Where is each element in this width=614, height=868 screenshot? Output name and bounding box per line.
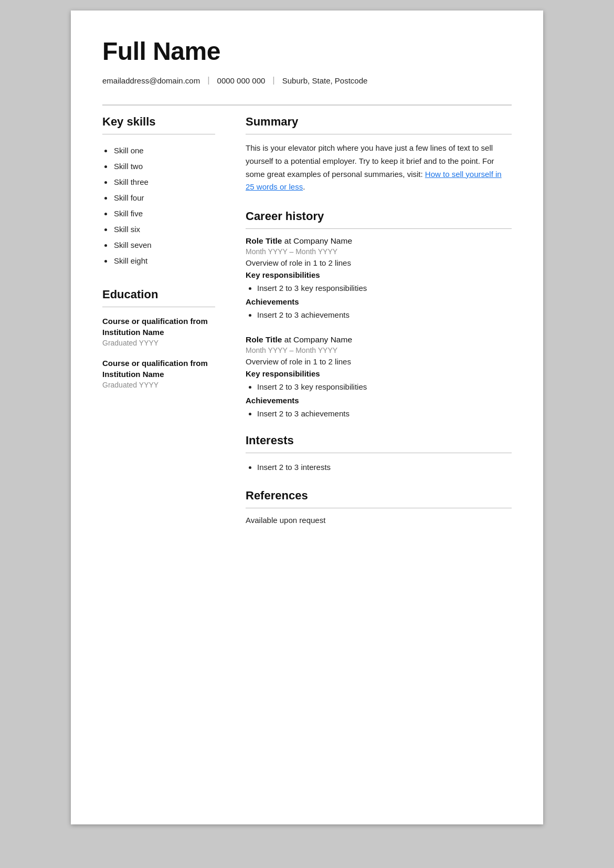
full-name: Full Name: [102, 37, 512, 66]
job-responsibilities-title-2: Key responsibilities: [246, 369, 512, 378]
edu-course-2: Course or qualification from Institution…: [102, 358, 215, 380]
list-item: Skill four: [113, 190, 215, 206]
job-responsibilities-list-1: Insert 2 to 3 key responsibilities: [246, 281, 512, 295]
location: Suburb, State, Postcode: [282, 76, 368, 85]
list-item: Skill three: [113, 174, 215, 190]
job-achievements-list-2: Insert 2 to 3 achievements: [246, 407, 512, 421]
list-item: Skill two: [113, 159, 215, 174]
list-item: Skill one: [113, 143, 215, 159]
education-divider: [102, 307, 215, 307]
list-item: Skill eight: [113, 253, 215, 269]
job-title-line-1: Role Title at Company Name: [246, 236, 512, 246]
list-item: Insert 2 to 3 achievements: [257, 308, 512, 322]
edu-graduated-2: Graduated YYYY: [102, 381, 215, 389]
list-item: Insert 2 to 3 interests: [257, 461, 512, 474]
right-column: Summary This is your elevator pitch wher…: [231, 115, 512, 525]
separator-1: |: [207, 75, 209, 86]
edu-entry-1: Course or qualification from Institution…: [102, 316, 215, 347]
edu-entry-2: Course or qualification from Institution…: [102, 358, 215, 389]
job-company-text-2: at Company Name: [284, 335, 352, 344]
contact-bar: emailaddress@domain.com | 0000 000 000 |…: [102, 75, 512, 86]
job-achievements-title-2: Achievements: [246, 396, 512, 405]
references-text: Available upon request: [246, 516, 512, 525]
list-item: Skill five: [113, 206, 215, 222]
edu-course-1: Course or qualification from Institution…: [102, 316, 215, 338]
summary-section: Summary This is your elevator pitch wher…: [246, 115, 512, 194]
phone: 0000 000 000: [217, 76, 266, 85]
list-item: Insert 2 to 3 key responsibilities: [257, 281, 512, 295]
job-title-1: Role Title: [246, 236, 282, 245]
interests-section: Interests Insert 2 to 3 interests: [246, 434, 512, 474]
job-achievements-title-1: Achievements: [246, 297, 512, 306]
separator-2: |: [272, 75, 274, 86]
job-responsibilities-title-1: Key responsibilities: [246, 270, 512, 279]
email: emailaddress@domain.com: [102, 76, 200, 85]
list-item: Skill six: [113, 222, 215, 237]
left-column: Key skills Skill one Skill two Skill thr…: [102, 115, 231, 525]
job-title-2: Role Title: [246, 335, 282, 344]
resume-page: Full Name emailaddress@domain.com | 0000…: [71, 11, 543, 824]
job-dates-2: Month YYYY – Month YYYY: [246, 346, 512, 354]
skills-list: Skill one Skill two Skill three Skill fo…: [102, 143, 215, 269]
summary-text: This is your elevator pitch where you ha…: [246, 142, 512, 194]
list-item: Insert 2 to 3 key responsibilities: [257, 380, 512, 394]
career-history-section: Career history Role Title at Company Nam…: [246, 210, 512, 420]
skills-divider: [102, 134, 215, 134]
edu-graduated-1: Graduated YYYY: [102, 339, 215, 347]
job-overview-1: Overview of role in 1 to 2 lines: [246, 258, 512, 267]
job-entry-1: Role Title at Company Name Month YYYY – …: [246, 236, 512, 321]
job-company-text-1: at Company Name: [284, 236, 352, 245]
education-title: Education: [102, 288, 215, 301]
summary-divider: [246, 134, 512, 134]
header: Full Name emailaddress@domain.com | 0000…: [102, 37, 512, 86]
job-title-line-2: Role Title at Company Name: [246, 335, 512, 344]
list-item: Skill seven: [113, 237, 215, 253]
skills-section: Key skills Skill one Skill two Skill thr…: [102, 115, 215, 269]
interests-list: Insert 2 to 3 interests: [246, 461, 512, 474]
job-achievements-list-1: Insert 2 to 3 achievements: [246, 308, 512, 322]
two-col-layout: Key skills Skill one Skill two Skill thr…: [102, 115, 512, 525]
references-section: References Available upon request: [246, 489, 512, 525]
interests-divider: [246, 453, 512, 453]
skills-title: Key skills: [102, 115, 215, 129]
main-divider: [102, 104, 512, 106]
job-dates-1: Month YYYY – Month YYYY: [246, 247, 512, 256]
summary-suffix: .: [303, 182, 305, 191]
job-entry-2: Role Title at Company Name Month YYYY – …: [246, 335, 512, 420]
career-title: Career history: [246, 210, 512, 223]
job-overview-2: Overview of role in 1 to 2 lines: [246, 357, 512, 366]
career-divider: [246, 228, 512, 229]
references-title: References: [246, 489, 512, 503]
summary-title: Summary: [246, 115, 512, 129]
interests-title: Interests: [246, 434, 512, 447]
references-divider: [246, 508, 512, 508]
education-section: Education Course or qualification from I…: [102, 288, 215, 389]
job-responsibilities-list-2: Insert 2 to 3 key responsibilities: [246, 380, 512, 394]
list-item: Insert 2 to 3 achievements: [257, 407, 512, 421]
